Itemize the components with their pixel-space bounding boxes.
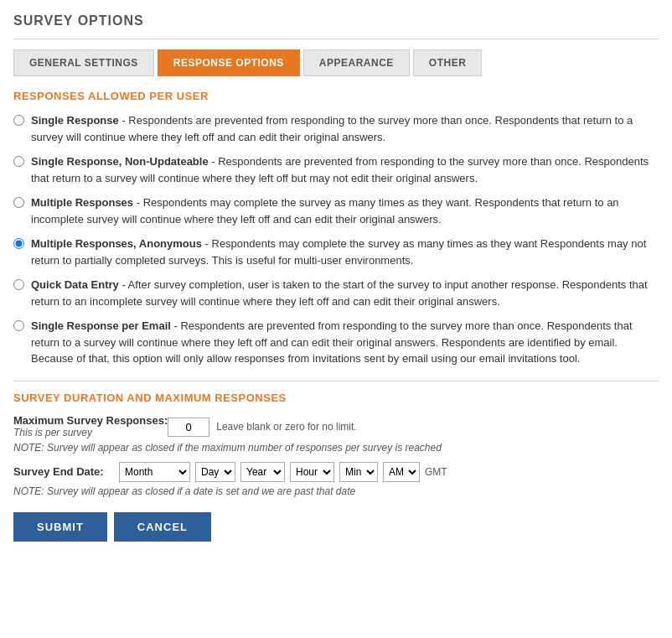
tab-appearance[interactable]: APPEARANCE (303, 49, 410, 76)
max-note: NOTE: Survey will appear as closed if th… (13, 442, 659, 454)
radio-option-multiple: Multiple Responses - Respondents may com… (13, 195, 659, 227)
tabs-bar: GENERAL SETTINGS RESPONSE OPTIONS APPEAR… (13, 49, 659, 76)
max-input-row: Leave blank or zero for no limit. (168, 418, 356, 437)
month-select[interactable]: Month JanuaryFebruaryMarch AprilMayJune … (119, 462, 190, 482)
radio-multiple[interactable] (13, 197, 24, 208)
radio-single-non-bold: Single Response, Non-Updateable (31, 155, 209, 168)
end-date-row: Survey End Date: Month JanuaryFebruaryMa… (13, 462, 659, 482)
end-note: NOTE: Survey will appear as closed if a … (13, 485, 659, 497)
radio-option-multiple-anon: Multiple Responses, Anonymous - Responde… (13, 236, 659, 268)
radio-single-email-bold: Single Response per Email (31, 319, 171, 332)
responses-section-title: RESPONSES ALLOWED PER USER (13, 90, 659, 102)
tab-response[interactable]: RESPONSE OPTIONS (158, 49, 300, 76)
max-responses-label: Maximum Survey Responses: (13, 414, 168, 427)
radio-option-single-non: Single Response, Non-Updateable - Respon… (13, 153, 659, 186)
radio-quick[interactable] (13, 279, 24, 290)
submit-button[interactable]: SUBMIT (13, 512, 107, 542)
duration-section: SURVEY DURATION AND MAXIMUM RESPONSES Ma… (13, 392, 659, 497)
radio-single-non[interactable] (13, 156, 24, 167)
radio-quick-bold: Quick Data Entry (31, 278, 119, 291)
day-select[interactable]: Day (195, 462, 235, 482)
page-wrapper: SURVEY OPTIONS GENERAL SETTINGS RESPONSE… (0, 0, 672, 638)
radio-multiple-anon-bold: Multiple Responses, Anonymous (31, 237, 202, 250)
radio-multiple-anon[interactable] (13, 238, 24, 249)
max-responses-row: Maximum Survey Responses: This is per su… (13, 414, 659, 438)
max-label-block: Maximum Survey Responses: This is per su… (13, 414, 168, 438)
radio-group-responses: Single Response - Respondents are preven… (13, 112, 659, 367)
page-title: SURVEY OPTIONS (13, 13, 659, 29)
max-responses-input[interactable] (168, 418, 209, 437)
radio-single[interactable] (13, 115, 24, 126)
title-divider (13, 39, 659, 39)
radio-single-desc: - Respondents are prevented from respond… (31, 114, 633, 143)
radio-single-bold: Single Response (31, 114, 119, 127)
max-hint-text: Leave blank or zero for no limit. (216, 421, 356, 433)
tab-other[interactable]: OTHER (413, 49, 483, 76)
ampm-select[interactable]: AM PM (383, 462, 420, 482)
gmt-label: GMT (425, 466, 447, 478)
duration-section-title: SURVEY DURATION AND MAXIMUM RESPONSES (13, 392, 659, 404)
hour-select[interactable]: Hour 1234 5678 9101112 (290, 462, 334, 482)
tab-general[interactable]: GENERAL SETTINGS (13, 49, 154, 76)
radio-multiple-text: Multiple Responses - Respondents may com… (31, 195, 659, 227)
radio-single-text: Single Response - Respondents are preven… (31, 112, 659, 145)
radio-single-email[interactable] (13, 320, 24, 331)
radio-single-non-text: Single Response, Non-Updateable - Respon… (31, 153, 659, 186)
radio-quick-desc: - After survey completion, user is taken… (31, 278, 648, 308)
min-select[interactable]: Min 00153045 (339, 462, 378, 482)
radio-multiple-bold: Multiple Responses (31, 196, 133, 209)
radio-multiple-anon-text: Multiple Responses, Anonymous - Responde… (31, 236, 659, 268)
radio-option-single: Single Response - Respondents are preven… (13, 112, 659, 145)
buttons-row: SUBMIT CANCEL (13, 512, 659, 542)
radio-quick-text: Quick Data Entry - After survey completi… (31, 277, 659, 309)
radio-option-quick: Quick Data Entry - After survey completi… (13, 277, 659, 309)
year-select[interactable]: Year 202420252026 (240, 462, 285, 482)
section-divider (13, 381, 659, 381)
end-date-label: Survey End Date: (13, 465, 114, 478)
radio-single-email-text: Single Response per Email - Respondents … (31, 318, 659, 367)
radio-option-single-email: Single Response per Email - Respondents … (13, 318, 659, 367)
cancel-button[interactable]: CANCEL (114, 512, 211, 542)
max-responses-sub: This is per survey (13, 427, 168, 438)
